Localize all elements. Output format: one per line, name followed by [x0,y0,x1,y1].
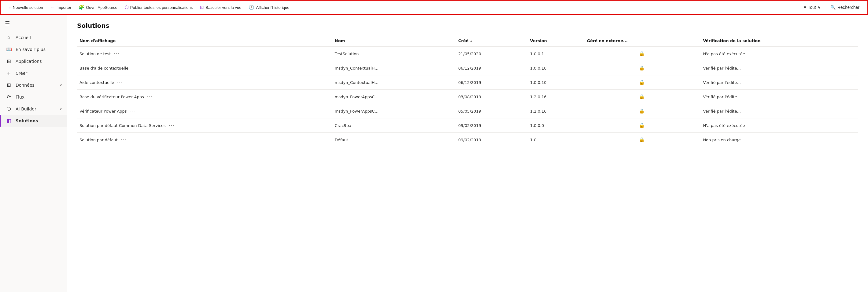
lock-icon: 🔒 [639,51,645,57]
sidebar-label-donnees: Données [16,83,35,87]
table-row[interactable]: Base d'aide contextuelle ··· msdyn_Conte… [77,61,858,75]
applications-icon: ⊞ [6,58,12,64]
col-header-managed: Géré en externe... [585,35,701,46]
sidebar-label-ai-builder: AI Builder [16,107,36,111]
display-name-text: Base d'aide contextuelle [80,66,128,71]
donnees-icon: ⊞ [6,82,12,88]
col-label-version: Version [530,38,547,43]
display-name-text: Vérificateur Power Apps [80,109,127,113]
filter-button[interactable]: ≡ Tout ∨ [801,3,824,11]
sidebar-label-applications: Applications [16,59,42,64]
chevron-icon: ∨ [59,83,62,87]
publish-all-button[interactable]: ⬡Publier toutes les personnalisations [122,3,196,11]
cell-managed: 🔒 [585,104,701,118]
sidebar-item-donnees[interactable]: ⊞Données∨ [0,79,67,91]
sort-icon-created: ↓ [470,39,472,43]
display-name-cell-0: Solution de test ··· [80,50,329,57]
cell-created: 06/12/2019 [456,75,528,90]
cell-created: 03/08/2019 [456,90,528,104]
open-appsource-icon: 🧩 [79,5,84,10]
lock-icon: 🔒 [639,65,645,71]
row-actions-button-5[interactable]: ··· [167,122,177,129]
search-button[interactable]: 🔍 Rechercher [827,3,863,11]
table-row[interactable]: Base du vérificateur Power Apps ··· msdy… [77,90,858,104]
toolbar-actions: +Nouvelle solution←Importer🧩Ouvrir AppSo… [5,3,292,11]
new-solution-icon: + [8,5,11,10]
open-appsource-button[interactable]: 🧩Ouvrir AppSource [75,3,121,11]
sidebar-item-accueil[interactable]: ⌂Accueil [0,31,67,43]
page-title: Solutions [77,22,858,29]
col-header-created[interactable]: Créé↓ [456,35,528,46]
col-header-verification: Vérification de la solution [701,35,858,46]
cell-verification: Vérifié par l'édite... [701,104,858,118]
sidebar: ☰ ⌂Accueil📖En savoir plus⊞Applications+C… [0,15,67,292]
cell-verification: Vérifié par l'édite... [701,75,858,90]
row-actions-button-2[interactable]: ··· [115,79,125,86]
main-layout: ☰ ⌂Accueil📖En savoir plus⊞Applications+C… [0,15,868,292]
toolbar-right: ≡ Tout ∨ 🔍 Rechercher [801,3,863,11]
col-label-verification: Vérification de la solution [703,38,761,43]
cell-managed: 🔒 [585,75,701,90]
row-actions-button-0[interactable]: ··· [112,50,121,57]
cell-created: 09/02/2019 [456,118,528,133]
sidebar-item-flux[interactable]: ⟳Flux [0,91,67,103]
cell-version: 1.0 [528,133,585,147]
row-actions-button-4[interactable]: ··· [128,108,137,114]
lock-icon: 🔒 [639,137,645,143]
search-icon: 🔍 [830,5,836,10]
cell-version: 1.2.0.16 [528,104,585,118]
display-name-cell-3: Base du vérificateur Power Apps ··· [80,94,329,100]
lock-icon: 🔒 [639,108,645,114]
cell-created: 09/02/2019 [456,133,528,147]
col-header-display-name: Nom d'affichage [77,35,332,46]
sidebar-item-applications[interactable]: ⊞Applications [0,55,67,67]
cell-version: 1.0.0.0 [528,118,585,133]
cell-display-name: Aide contextuelle ··· [77,75,332,90]
row-actions-button-6[interactable]: ··· [119,136,128,143]
filter-label: Tout [808,5,816,10]
table-row[interactable]: Aide contextuelle ··· msdyn_ContextualH.… [77,75,858,90]
table-row[interactable]: Solution par défaut ··· Défaut09/02/2019… [77,133,858,147]
new-solution-button[interactable]: +Nouvelle solution [5,3,46,11]
table-row[interactable]: Vérificateur Power Apps ··· msdyn_PowerA… [77,104,858,118]
hamburger-menu[interactable]: ☰ [0,17,67,31]
sidebar-item-creer[interactable]: +Créer [0,67,67,79]
cell-version: 1.2.0.16 [528,90,585,104]
display-name-cell-2: Aide contextuelle ··· [80,79,329,86]
table-row[interactable]: Solution de test ··· TestSolution21/05/2… [77,46,858,61]
show-history-label: Afficher l'historique [256,5,289,10]
sidebar-item-solutions[interactable]: ◧Solutions [0,115,67,126]
sidebar-item-en-savoir-plus[interactable]: 📖En savoir plus [0,43,67,55]
cell-name: msdyn_ContextualH... [332,75,456,90]
import-button[interactable]: ←Importer [48,3,74,11]
sidebar-label-solutions: Solutions [16,118,38,123]
table-row[interactable]: Solution par défaut Common Data Services… [77,118,858,133]
sidebar-label-en-savoir-plus: En savoir plus [16,47,45,52]
cell-name: msdyn_PowerAppsC... [332,104,456,118]
content-area: Solutions Nom d'affichageNomCréé↓Version… [67,15,868,292]
cell-display-name: Solution de test ··· [77,46,332,61]
switch-view-label: Basculer vers la vue [206,5,241,10]
show-history-icon: 🕐 [249,5,254,10]
cell-name: Défaut [332,133,456,147]
solutions-table: Nom d'affichageNomCréé↓VersionGéré en ex… [77,35,858,147]
cell-verification: Vérifié par l'édite... [701,61,858,75]
display-name-text: Base du vérificateur Power Apps [80,95,144,99]
cell-display-name: Solution par défaut Common Data Services… [77,118,332,133]
row-actions-button-3[interactable]: ··· [145,94,155,100]
row-actions-button-1[interactable]: ··· [130,65,139,71]
cell-name: msdyn_ContextualH... [332,61,456,75]
cell-managed: 🔒 [585,133,701,147]
open-appsource-label: Ouvrir AppSource [86,5,117,10]
cell-version: 1.0.0.10 [528,75,585,90]
lock-icon: 🔒 [639,80,645,85]
sidebar-item-ai-builder[interactable]: ⬡AI Builder∨ [0,103,67,115]
display-name-cell-1: Base d'aide contextuelle ··· [80,65,329,71]
show-history-button[interactable]: 🕐Afficher l'historique [246,3,292,11]
cell-version: 1.0.0.1 [528,46,585,61]
switch-view-button[interactable]: ⊡Basculer vers la vue [197,3,244,11]
cell-version: 1.0.0.10 [528,61,585,75]
col-label-display-name: Nom d'affichage [80,38,116,43]
cell-verification: N'a pas été exécutée [701,46,858,61]
ai-builder-icon: ⬡ [6,106,12,112]
